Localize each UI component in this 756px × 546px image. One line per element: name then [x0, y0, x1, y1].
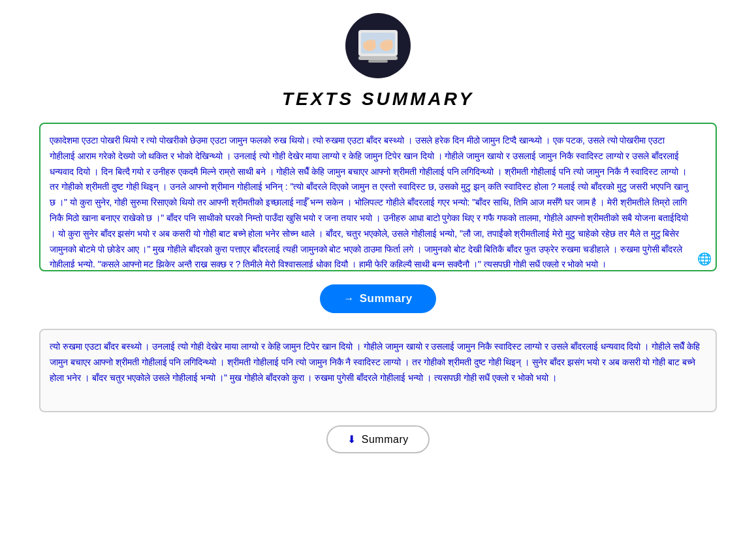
- svg-rect-5: [370, 39, 372, 46]
- header-section: TEXTS SUMMARY: [282, 13, 474, 110]
- svg-rect-8: [386, 39, 389, 46]
- svg-rect-4: [366, 40, 369, 46]
- input-textarea[interactable]: [40, 124, 716, 267]
- summary-button-secondary-label: Summary: [362, 434, 409, 446]
- svg-rect-6: [373, 40, 375, 46]
- input-area-wrapper: 🌐: [39, 123, 717, 271]
- arrow-icon: →: [343, 293, 354, 305]
- svg-rect-7: [383, 40, 386, 46]
- summary-button-secondary[interactable]: ⬇ Summary: [326, 425, 429, 453]
- output-textarea[interactable]: [40, 330, 716, 408]
- globe-icon: 🌐: [697, 252, 712, 266]
- svg-rect-11: [368, 60, 388, 63]
- download-icon: ⬇: [347, 433, 356, 446]
- output-area-wrapper: [39, 329, 717, 412]
- svg-rect-10: [358, 56, 398, 60]
- app-title: TEXTS SUMMARY: [282, 89, 474, 110]
- summary-button-primary-label: Summary: [360, 292, 413, 305]
- logo-container: [345, 13, 411, 78]
- svg-rect-9: [390, 40, 392, 46]
- summary-button-primary[interactable]: → Summary: [320, 284, 435, 313]
- logo-icon: [355, 28, 401, 64]
- page-container: TEXTS SUMMARY 🌐 → Summary ⬇ Summary: [0, 0, 756, 479]
